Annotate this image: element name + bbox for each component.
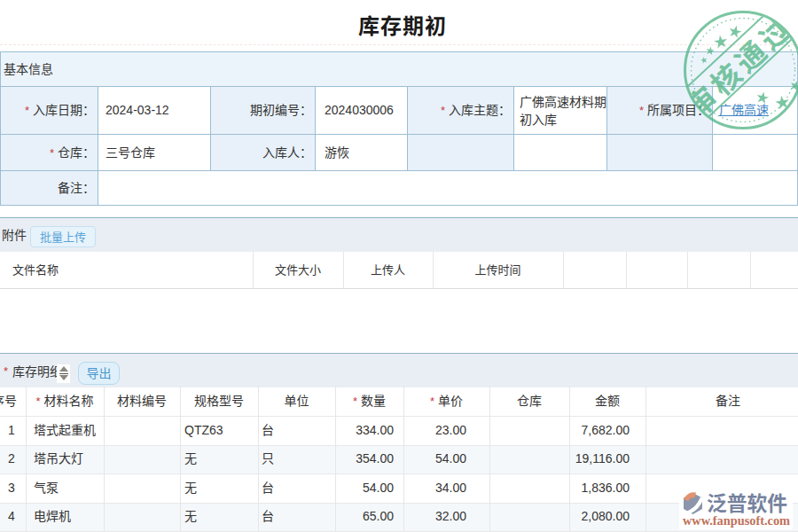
svg-text:www.fanpusoft.com: www.fanpusoft.com bbox=[683, 514, 790, 528]
svg-text:泛普软件: 泛普软件 bbox=[707, 492, 787, 515]
